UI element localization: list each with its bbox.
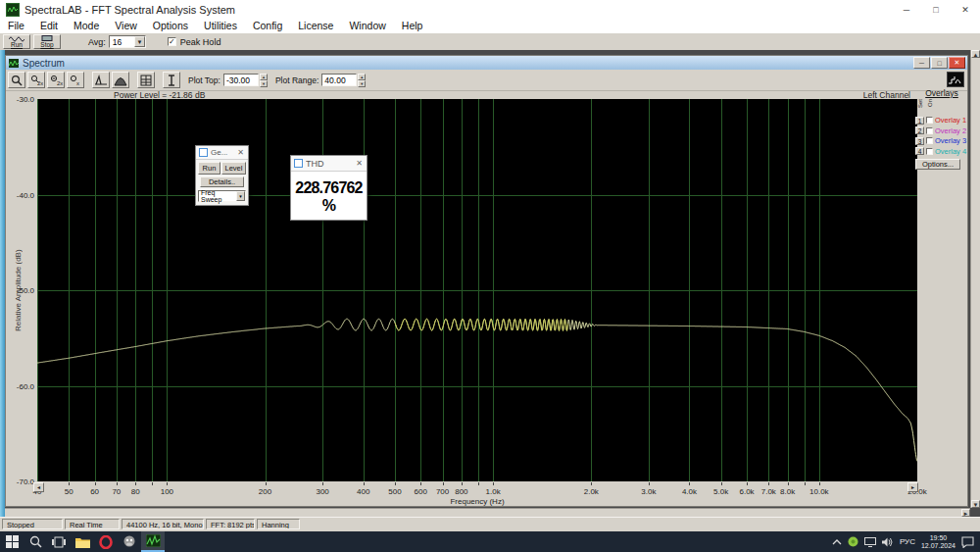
x-tick-label: 70 bbox=[112, 487, 121, 496]
plot-top-input[interactable]: -30.00 bbox=[223, 74, 259, 86]
menu-item-help[interactable]: Help bbox=[394, 19, 431, 33]
x-tick-mark bbox=[747, 482, 748, 485]
minimize-button[interactable]: ─ bbox=[892, 0, 921, 19]
status-panel-4: FFT: 8192 pts bbox=[206, 519, 255, 529]
spectrum-maximize-button[interactable]: □ bbox=[931, 57, 948, 69]
keyboard-layout-label[interactable]: РУС bbox=[900, 537, 915, 546]
file-explorer-button[interactable] bbox=[71, 531, 94, 552]
search-button[interactable] bbox=[24, 531, 47, 552]
run-button[interactable]: Run bbox=[3, 34, 30, 49]
menu-item-utilities[interactable]: Utilities bbox=[196, 19, 245, 33]
menu-item-license[interactable]: License bbox=[290, 19, 341, 33]
tray-chevron-icon[interactable] bbox=[832, 539, 842, 545]
bar-display-button[interactable] bbox=[112, 72, 129, 88]
overlay-store-button-4[interactable]: 4 bbox=[915, 147, 924, 155]
menu-item-edit[interactable]: Edit bbox=[32, 19, 66, 33]
zoom-reset-button[interactable]: x bbox=[67, 72, 84, 88]
clock-time: 19:50 bbox=[921, 534, 956, 542]
x-tick-mark bbox=[788, 482, 789, 485]
generator-details-button[interactable]: Details.. bbox=[200, 176, 244, 187]
svg-text:x: x bbox=[76, 80, 79, 86]
generator-title-bar[interactable]: Ge... ✕ bbox=[196, 146, 248, 160]
generator-level-button[interactable]: Level bbox=[221, 162, 246, 175]
close-button[interactable]: ✕ bbox=[951, 0, 980, 19]
overlay-store-button-3[interactable]: 3 bbox=[915, 137, 924, 145]
overlay-store-button-2[interactable]: 2 bbox=[915, 126, 924, 134]
spectralab-taskbar-button[interactable] bbox=[141, 531, 165, 552]
generator-title: Ge... bbox=[211, 148, 237, 157]
thd-close-icon[interactable]: ✕ bbox=[356, 159, 363, 168]
plot-range-spinner[interactable]: ▲▼ bbox=[358, 74, 366, 87]
task-view-button[interactable] bbox=[47, 531, 71, 552]
y-tick-label: -50.0 bbox=[6, 286, 34, 295]
plot-scroll-right-button[interactable]: ► bbox=[907, 482, 918, 492]
generator-run-button[interactable]: Run bbox=[198, 162, 220, 175]
peak-icon bbox=[95, 75, 107, 86]
scroll-down-button[interactable]: ▼ bbox=[971, 500, 980, 508]
thd-title-bar[interactable]: THD ✕ bbox=[291, 156, 367, 172]
zoom-button[interactable] bbox=[8, 72, 25, 88]
generator-mode-select[interactable]: Freq Sweep ▾ bbox=[198, 190, 246, 202]
antivirus-tray-icon[interactable] bbox=[848, 536, 858, 547]
x-tick-label: 400 bbox=[357, 487, 369, 496]
menu-item-window[interactable]: Window bbox=[341, 19, 393, 33]
cursor-button[interactable] bbox=[163, 72, 180, 88]
x-tick-label: 6.0k bbox=[739, 487, 754, 496]
avg-select[interactable]: 16 ▼ bbox=[109, 35, 146, 48]
start-button[interactable] bbox=[0, 531, 24, 552]
spectrum-close-button[interactable]: ✕ bbox=[949, 57, 965, 69]
menu-item-options[interactable]: Options bbox=[145, 19, 196, 33]
horizontal-scrollbar[interactable]: ► bbox=[5, 508, 970, 517]
vertical-scrollbar[interactable]: ▲ ▼ bbox=[970, 50, 980, 508]
maximize-button[interactable]: □ bbox=[921, 0, 951, 19]
x-tick-label: 4.0k bbox=[682, 487, 697, 496]
clock[interactable]: 19:50 12.07.2024 bbox=[921, 534, 956, 550]
menu-item-file[interactable]: File bbox=[0, 19, 32, 33]
scroll-right-button[interactable]: ► bbox=[961, 509, 970, 517]
spectrum-title: Spectrum bbox=[23, 58, 65, 69]
overlay-checkbox-3[interactable] bbox=[926, 137, 933, 144]
volume-tray-icon[interactable] bbox=[882, 537, 894, 547]
x-tick-label: 50 bbox=[65, 487, 74, 496]
peak-hold-checkbox[interactable]: ✓ bbox=[168, 37, 176, 46]
spectrum-minimize-button[interactable]: ─ bbox=[913, 57, 930, 69]
x-tick-mark bbox=[493, 482, 494, 485]
zoom-in-2x-button[interactable]: 2x bbox=[27, 72, 45, 88]
overlays-title: Overlays bbox=[915, 88, 968, 98]
svg-text:2x: 2x bbox=[37, 80, 43, 86]
overlay-checkbox-4[interactable] bbox=[926, 148, 933, 155]
display-tray-icon[interactable] bbox=[864, 537, 876, 547]
action-center-icon[interactable] bbox=[961, 536, 974, 548]
overlays-options-button[interactable]: Options... bbox=[915, 159, 960, 170]
generator-close-icon[interactable]: ✕ bbox=[237, 148, 244, 157]
peak-marker-button[interactable] bbox=[92, 72, 110, 88]
spectrum-toolbar: 2x 2x x bbox=[6, 70, 967, 91]
generator-mode-arrow[interactable]: ▾ bbox=[236, 191, 245, 201]
x-tick-label: 60 bbox=[90, 487, 99, 496]
avg-dropdown-arrow[interactable]: ▼ bbox=[134, 36, 145, 47]
zoom-out-2x-button[interactable]: 2x bbox=[47, 72, 65, 88]
scroll-up-button[interactable]: ▲ bbox=[971, 50, 980, 58]
opera-button[interactable] bbox=[94, 531, 118, 552]
menu-item-mode[interactable]: Mode bbox=[66, 19, 107, 33]
plot-range-input[interactable]: 40.00 bbox=[321, 74, 357, 86]
overlay-col-on-label: On bbox=[927, 99, 933, 107]
app-icon bbox=[6, 3, 20, 17]
overlay-checkbox-1[interactable] bbox=[926, 117, 933, 124]
x-tick-mark bbox=[591, 482, 592, 485]
gimp-button[interactable] bbox=[118, 531, 141, 552]
thd-dialog: THD ✕ 228.76762 % bbox=[290, 155, 368, 221]
plot-top-label: Plot Top: bbox=[188, 75, 220, 85]
x-tick-mark bbox=[721, 482, 722, 485]
plot-scroll-left-button[interactable]: ◄ bbox=[33, 482, 44, 492]
menu-item-config[interactable]: Config bbox=[245, 19, 290, 33]
stop-button[interactable]: Stop bbox=[33, 34, 61, 49]
avg-label: Avg: bbox=[88, 37, 106, 47]
overlay-checkbox-2[interactable] bbox=[926, 127, 933, 134]
overlay-store-button-1[interactable]: 1 bbox=[915, 117, 924, 125]
menu-item-view[interactable]: View bbox=[107, 19, 145, 33]
grid-options-button[interactable] bbox=[137, 72, 155, 88]
overlay-label-4: Overlay 4 bbox=[935, 147, 966, 156]
plot-top-spinner[interactable]: ▲▼ bbox=[260, 74, 268, 87]
window-tool-icon[interactable] bbox=[947, 72, 964, 87]
